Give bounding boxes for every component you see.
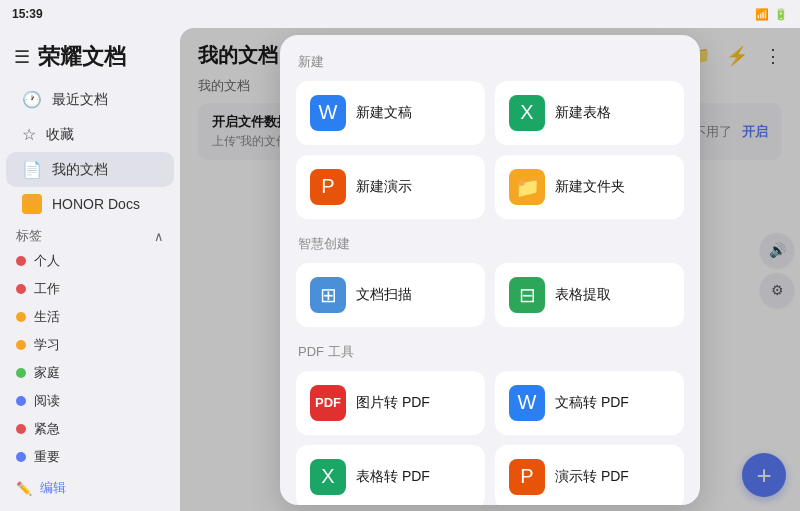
modal-grid-new: W 新建文稿 X 新建表格 P 新建演示 📁 新建文件夹 xyxy=(296,81,684,219)
modal-item-label-new-doc: 新建文稿 xyxy=(356,104,412,122)
clock-icon: 🕐 xyxy=(22,90,42,109)
doc-pdf-icon: W xyxy=(509,385,545,421)
modal-item-new-ppt[interactable]: P 新建演示 xyxy=(296,155,485,219)
ppt-pdf-icon: P xyxy=(509,459,545,495)
edit-label: 编辑 xyxy=(40,479,66,497)
modal-item-doc-to-pdf[interactable]: W 文稿转 PDF xyxy=(495,371,684,435)
modal-item-label-xls-to-pdf: 表格转 PDF xyxy=(356,468,430,486)
scan-icon: ⊞ xyxy=(310,277,346,313)
nav-label-my-docs: 我的文档 xyxy=(52,161,108,179)
tags-label: 标签 xyxy=(16,227,42,245)
doc-icon: 📄 xyxy=(22,160,42,179)
tag-dot-important xyxy=(16,452,26,462)
modal-item-img-to-pdf[interactable]: PDF 图片转 PDF xyxy=(296,371,485,435)
tag-dot-family xyxy=(16,368,26,378)
tag-item-personal[interactable]: 个人 xyxy=(0,247,180,275)
status-time: 15:39 xyxy=(12,7,43,21)
tag-item-work[interactable]: 工作 xyxy=(0,275,180,303)
folder-item-honor-docs[interactable]: HONOR Docs xyxy=(6,187,174,221)
modal-item-label-ppt-to-pdf: 演示转 PDF xyxy=(555,468,629,486)
modal-overlay[interactable]: 新建 W 新建文稿 X 新建表格 P 新建演示 📁 xyxy=(180,28,800,511)
modal-grid-pdf: PDF 图片转 PDF W 文稿转 PDF X 表格转 PDF P 演示转 PD… xyxy=(296,371,684,505)
nav-label-favorites: 收藏 xyxy=(46,126,74,144)
edit-button[interactable]: ✏️ 编辑 xyxy=(0,473,180,503)
wifi-icon: 📶 xyxy=(755,8,769,21)
tags-chevron: ∧ xyxy=(154,229,164,244)
tag-label-urgent: 紧急 xyxy=(34,420,60,438)
modal-item-label-doc-to-pdf: 文稿转 PDF xyxy=(555,394,629,412)
sidebar: ☰ 荣耀文档 🕐 最近文档 ☆ 收藏 📄 我的文档 HONOR Docs 标签 … xyxy=(0,28,180,511)
star-icon: ☆ xyxy=(22,125,36,144)
modal-item-label-new-folder: 新建文件夹 xyxy=(555,178,625,196)
modal-section-title-pdf: PDF 工具 xyxy=(296,343,684,361)
tag-dot-work xyxy=(16,284,26,294)
status-bar: 15:39 📶 🔋 xyxy=(0,0,800,28)
tag-item-family[interactable]: 家庭 xyxy=(0,359,180,387)
tag-label-important: 重要 xyxy=(34,448,60,466)
new-modal: 新建 W 新建文稿 X 新建表格 P 新建演示 📁 xyxy=(280,35,700,505)
tag-label-life: 生活 xyxy=(34,308,60,326)
modal-item-ppt-to-pdf[interactable]: P 演示转 PDF xyxy=(495,445,684,505)
tag-dot-urgent xyxy=(16,424,26,434)
tag-dot-study xyxy=(16,340,26,350)
modal-section-title-new: 新建 xyxy=(296,53,684,71)
modal-item-xls-to-pdf[interactable]: X 表格转 PDF xyxy=(296,445,485,505)
modal-item-label-scan: 文档扫描 xyxy=(356,286,412,304)
excel-icon: X xyxy=(509,95,545,131)
modal-item-new-folder[interactable]: 📁 新建文件夹 xyxy=(495,155,684,219)
modal-item-new-doc[interactable]: W 新建文稿 xyxy=(296,81,485,145)
tag-label-work: 工作 xyxy=(34,280,60,298)
tag-item-study[interactable]: 学习 xyxy=(0,331,180,359)
folder-label-honor-docs: HONOR Docs xyxy=(52,196,140,212)
tag-dot-personal xyxy=(16,256,26,266)
sidebar-item-favorites[interactable]: ☆ 收藏 xyxy=(6,117,174,152)
app-title: 荣耀文档 xyxy=(38,42,126,72)
table-extract-icon: ⊟ xyxy=(509,277,545,313)
tags-section-header: 标签 ∧ xyxy=(0,221,180,247)
sidebar-item-recent[interactable]: 🕐 最近文档 xyxy=(6,82,174,117)
tag-item-urgent[interactable]: 紧急 xyxy=(0,415,180,443)
status-icons: 📶 🔋 xyxy=(755,8,788,21)
modal-item-table-extract[interactable]: ⊟ 表格提取 xyxy=(495,263,684,327)
sidebar-item-my-docs[interactable]: 📄 我的文档 xyxy=(6,152,174,187)
tag-dot-reading xyxy=(16,396,26,406)
modal-item-label-new-excel: 新建表格 xyxy=(555,104,611,122)
modal-item-label-img-to-pdf: 图片转 PDF xyxy=(356,394,430,412)
modal-section-title-smart: 智慧创建 xyxy=(296,235,684,253)
ppt-icon: P xyxy=(310,169,346,205)
edit-icon: ✏️ xyxy=(16,481,32,496)
new-folder-icon: 📁 xyxy=(509,169,545,205)
tag-item-important[interactable]: 重要 xyxy=(0,443,180,471)
menu-icon[interactable]: ☰ xyxy=(14,46,30,68)
app-layout: ☰ 荣耀文档 🕐 最近文档 ☆ 收藏 📄 我的文档 HONOR Docs 标签 … xyxy=(0,28,800,511)
tag-dot-life xyxy=(16,312,26,322)
tag-item-reading[interactable]: 阅读 xyxy=(0,387,180,415)
sidebar-header: ☰ 荣耀文档 xyxy=(0,36,180,82)
folder-dot-honor xyxy=(22,194,42,214)
modal-item-label-new-ppt: 新建演示 xyxy=(356,178,412,196)
modal-grid-smart: ⊞ 文档扫描 ⊟ 表格提取 xyxy=(296,263,684,327)
nav-label-recent: 最近文档 xyxy=(52,91,108,109)
modal-item-scan[interactable]: ⊞ 文档扫描 xyxy=(296,263,485,327)
tag-item-life[interactable]: 生活 xyxy=(0,303,180,331)
modal-item-label-table-extract: 表格提取 xyxy=(555,286,611,304)
xls-pdf-icon: X xyxy=(310,459,346,495)
main-content: 我的文档 🔍 📁 ⚡ ⋮ 我的文档 开启文件数据同步 上传"我的文件"到云端，便… xyxy=(180,28,800,511)
tag-label-reading: 阅读 xyxy=(34,392,60,410)
tag-label-study: 学习 xyxy=(34,336,60,354)
img-pdf-icon: PDF xyxy=(310,385,346,421)
modal-item-new-excel[interactable]: X 新建表格 xyxy=(495,81,684,145)
word-icon: W xyxy=(310,95,346,131)
tag-label-family: 家庭 xyxy=(34,364,60,382)
battery-icon: 🔋 xyxy=(774,8,788,21)
tag-label-personal: 个人 xyxy=(34,252,60,270)
